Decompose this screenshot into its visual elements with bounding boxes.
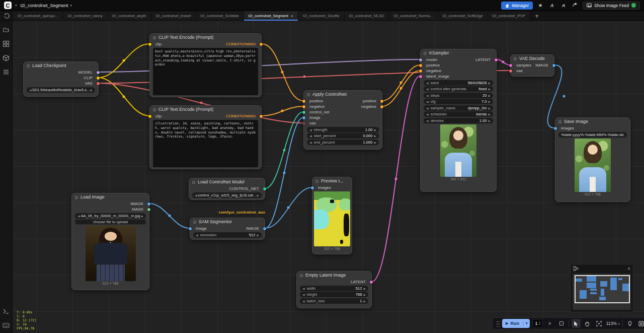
star-icon[interactable]: ★	[536, 3, 544, 8]
input-slot-image[interactable]	[302, 116, 305, 119]
manager-badge-icon-2[interactable]: A	[559, 3, 568, 8]
decrement-icon[interactable]: ◀	[196, 233, 198, 237]
collapse-dot[interactable]	[27, 64, 30, 68]
node-preview-image[interactable]: Preview I... images 512 × 768	[312, 177, 352, 254]
select-tool-button[interactable]	[572, 319, 581, 328]
zoom-level-dropdown[interactable]: 113% ▾	[606, 321, 620, 326]
input-slot-positive[interactable]	[302, 100, 305, 103]
controlnet-name-combo[interactable]: ◀control_v11p_sd15_seg_fp16.saf...▶	[192, 192, 262, 198]
next-arrow-icon[interactable]: ▶	[90, 88, 93, 92]
input-slot-model[interactable]	[419, 58, 422, 61]
positive-prompt-textarea[interactable]: best quality,masterpiece,ultra high res,…	[153, 48, 258, 95]
minimap-toggle-button[interactable]	[637, 319, 644, 328]
collapse-dot[interactable]	[153, 108, 156, 111]
terminal-icon[interactable]	[3, 308, 10, 315]
input-slot-latent-image[interactable]	[419, 75, 422, 78]
node-clip-text-encode-positive[interactable]: CLIP Text Encode (Prompt) clip CONDITION…	[149, 33, 262, 97]
cfg-widget[interactable]: ◀cfg7.0▶	[424, 99, 493, 104]
input-slot-vae[interactable]	[302, 122, 305, 125]
image-name-combo[interactable]: ◀AA_05_try_00000_m_00001_m.jpg▶	[75, 213, 146, 219]
input-slot-samples[interactable]	[509, 64, 512, 67]
ckpt-name-combo[interactable]: ◀SD1.5/beautifulRealistic_brav5.s...▶	[27, 87, 95, 93]
decrement-icon[interactable]: ◀	[426, 119, 429, 122]
output-slot-clip[interactable]	[97, 77, 100, 80]
width-widget[interactable]: ◀width512▶	[300, 286, 368, 291]
tab-controlnet-lineart[interactable]: t2i_controlnet_lineart	[151, 11, 196, 21]
input-slot-negative[interactable]	[302, 105, 305, 108]
next-arrow-icon[interactable]: ▶	[141, 214, 143, 218]
decrement-icon[interactable]: ◀	[426, 100, 429, 103]
increment-icon[interactable]: ▶	[488, 81, 491, 85]
output-slot-vae[interactable]	[97, 82, 100, 85]
node-ksampler[interactable]: KSampler model LATENT positive negative …	[420, 49, 497, 192]
tab-controlnet-depth[interactable]: t2i_controlnet_depth	[108, 11, 151, 21]
collapse-dot[interactable]	[192, 181, 195, 184]
decrement-icon[interactable]: ◀	[426, 81, 429, 85]
increment-icon[interactable]: ▶	[488, 94, 491, 97]
new-tab-button[interactable]: +	[530, 11, 543, 21]
fit-view-button[interactable]	[595, 319, 604, 328]
height-widget[interactable]: ◀height768▶	[300, 292, 368, 297]
input-slot-image[interactable]	[189, 227, 192, 230]
filename-prefix-widget[interactable]: %date:yyyy%-%date:MM%-%date:dd...	[558, 132, 627, 138]
output-slot-latent[interactable]	[495, 58, 498, 61]
next-arrow-icon[interactable]: ▶	[488, 106, 491, 110]
increment-icon[interactable]: ▶	[363, 287, 366, 290]
input-slot-vae[interactable]	[509, 70, 512, 73]
steps-widget[interactable]: ◀steps20▶	[424, 93, 493, 98]
decrement-icon[interactable]: ◀	[309, 128, 312, 131]
cancel-run-button[interactable]: ×	[545, 319, 554, 328]
output-slot-image[interactable]	[552, 64, 555, 67]
node-apply-controlnet[interactable]: Apply ControlNet positive positive negat…	[303, 90, 382, 150]
next-arrow-icon[interactable]: ▶	[257, 193, 259, 197]
output-slot-image[interactable]	[263, 227, 266, 230]
collapse-dot[interactable]	[75, 196, 78, 199]
decrement-icon[interactable]: ◀	[302, 293, 305, 296]
output-slot-positive[interactable]	[380, 100, 383, 103]
denoise-widget[interactable]: ◀denoise1.00▶	[424, 118, 493, 123]
increment-icon[interactable]: ▶	[374, 141, 376, 144]
input-slot-positive[interactable]	[419, 64, 422, 67]
collapse-dot[interactable]	[307, 93, 310, 96]
minimap-close-icon[interactable]: ×	[627, 266, 630, 272]
tab-controlnet-normal[interactable]: t2i_controlnet_Norma...	[389, 11, 438, 21]
strength-widget[interactable]: ◀strength1.00▶	[307, 127, 379, 132]
next-arrow-icon[interactable]: ▶	[488, 112, 491, 116]
tab-controlnet-shuffle[interactable]: t2i_controlnet_Shuffle	[298, 11, 344, 21]
manager-badge-icon-1[interactable]: A	[548, 3, 556, 8]
control-after-generate-widget[interactable]: ◀control after generatefixed▶	[424, 86, 493, 92]
close-tab-icon[interactable]: ×	[291, 14, 293, 19]
workflows-icon[interactable]	[3, 26, 10, 33]
sampler-name-widget[interactable]: ◀sampler_namedpmpp_2m▶	[424, 105, 493, 111]
output-slot-image[interactable]	[147, 203, 150, 206]
decrement-icon[interactable]: ◀	[302, 299, 305, 303]
end-percent-widget[interactable]: ◀end_percent1.000▶	[307, 140, 379, 145]
spin-down-icon[interactable]: ▾	[539, 323, 540, 325]
run-options-caret-icon[interactable]: ▾	[523, 321, 530, 325]
decrement-icon[interactable]: ◀	[302, 287, 305, 290]
minimap-panel[interactable]: ×	[570, 264, 633, 312]
menu-caret-icon[interactable]: ▾	[15, 4, 17, 8]
tab-controlnet-scribble[interactable]: t2i_controlnet_Scribble	[196, 11, 244, 21]
decrement-icon[interactable]: ◀	[309, 141, 312, 144]
increment-icon[interactable]: ▶	[488, 100, 491, 103]
increment-icon[interactable]: ▶	[363, 293, 366, 296]
prev-arrow-icon[interactable]: ◀	[426, 112, 429, 116]
minimap-viewport[interactable]	[575, 275, 630, 303]
collapse-dot[interactable]	[424, 52, 427, 55]
decrement-icon[interactable]: ◀	[309, 134, 312, 138]
node-empty-latent-image[interactable]: Empty Latent Image LATENT ◀width512▶ ◀he…	[296, 271, 372, 308]
output-slot-mask[interactable]	[147, 208, 150, 211]
queue-icon[interactable]	[3, 69, 10, 76]
input-slot-images[interactable]	[311, 186, 314, 189]
collapse-dot[interactable]	[558, 120, 561, 123]
increment-icon[interactable]: ▶	[363, 299, 366, 303]
negative-prompt-textarea[interactable]: illustration, 3d, sepia, painting, carto…	[153, 120, 258, 167]
node-library-icon[interactable]	[3, 40, 10, 47]
increment-icon[interactable]: ▶	[257, 233, 259, 237]
output-slot-negative[interactable]	[380, 105, 383, 108]
workflow-history-icon[interactable]	[0, 11, 13, 21]
manager-button[interactable]: Manager	[501, 2, 533, 10]
increment-icon[interactable]: ▶	[374, 134, 376, 138]
input-slot-clip[interactable]	[148, 115, 151, 118]
